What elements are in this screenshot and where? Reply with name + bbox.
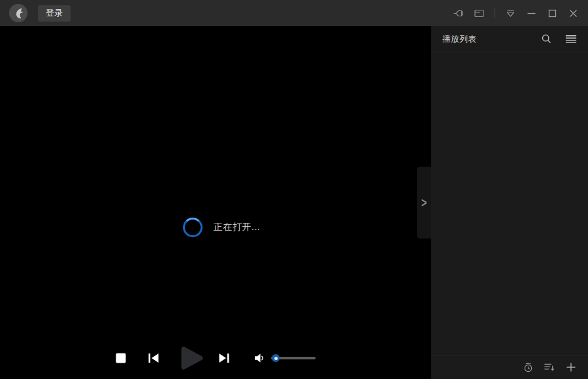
open-folder-icon[interactable] bbox=[474, 8, 485, 19]
loading-spinner-icon bbox=[183, 218, 203, 237]
titlebar-separator bbox=[495, 8, 495, 18]
next-button[interactable] bbox=[218, 353, 230, 363]
search-icon[interactable] bbox=[540, 33, 552, 45]
skin-menu-icon[interactable] bbox=[505, 8, 516, 19]
hamburger-menu-icon[interactable] bbox=[565, 33, 577, 45]
volume-icon[interactable] bbox=[253, 353, 265, 363]
play-button[interactable] bbox=[180, 345, 204, 371]
sort-icon[interactable] bbox=[544, 361, 555, 373]
playlist-collapse-handle[interactable]: > bbox=[417, 167, 431, 239]
playlist-items bbox=[431, 52, 588, 355]
previous-button[interactable] bbox=[148, 353, 159, 363]
loading-indicator: 正在打开... bbox=[183, 218, 260, 237]
chevron-right-icon: > bbox=[421, 195, 427, 210]
bird-logo-icon bbox=[9, 4, 27, 22]
maximize-icon[interactable] bbox=[547, 8, 558, 19]
close-icon[interactable] bbox=[568, 8, 579, 19]
add-icon[interactable] bbox=[565, 361, 577, 373]
playlist-header: 播放列表 bbox=[431, 26, 588, 52]
timer-icon[interactable] bbox=[522, 361, 534, 373]
volume-handle[interactable] bbox=[272, 354, 280, 362]
login-button[interactable]: 登录 bbox=[38, 5, 71, 22]
title-bar: 登录 bbox=[0, 0, 588, 26]
titlebar-icons bbox=[453, 8, 579, 19]
stop-button[interactable] bbox=[116, 353, 126, 363]
volume-slider[interactable] bbox=[271, 354, 316, 363]
playlist-panel: 播放列表 bbox=[431, 26, 588, 379]
transport-controls bbox=[0, 345, 431, 371]
playlist-footer bbox=[431, 355, 588, 379]
minimize-icon[interactable] bbox=[526, 8, 537, 19]
player-window: 登录 bbox=[0, 0, 588, 379]
pin-icon[interactable] bbox=[453, 8, 464, 19]
video-area: 正在打开... > bbox=[0, 26, 431, 379]
playlist-title: 播放列表 bbox=[442, 33, 476, 45]
app-logo[interactable] bbox=[9, 4, 27, 22]
main-area: 正在打开... > bbox=[0, 26, 588, 379]
loading-text: 正在打开... bbox=[214, 222, 260, 233]
